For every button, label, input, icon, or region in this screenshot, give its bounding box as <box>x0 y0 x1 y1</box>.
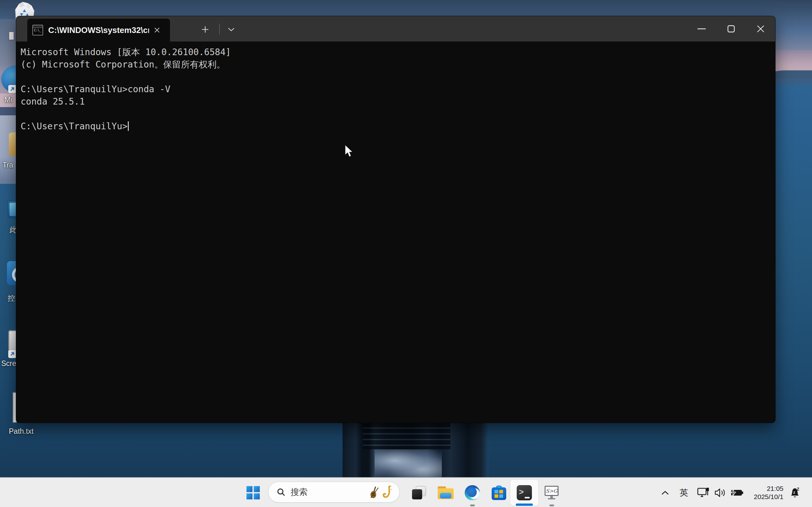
terminal-line <box>20 71 775 83</box>
tray-battery-button[interactable] <box>728 478 745 507</box>
search-icon <box>276 488 286 497</box>
terminal-line: conda 25.5.1 <box>20 95 775 108</box>
battery-charging-icon <box>729 488 744 497</box>
window-controls <box>687 16 775 42</box>
task-view-icon <box>412 486 426 499</box>
tab-dropdown-button[interactable] <box>223 23 240 36</box>
terminal-icon: > <box>517 485 532 500</box>
search-placeholder: 搜索 <box>291 487 369 498</box>
bell-do-not-disturb-icon: z Z <box>789 487 801 499</box>
desktop-icon-label[interactable]: Scre <box>1 359 16 368</box>
tray-notification-button[interactable]: z Z <box>786 478 804 507</box>
terminal-output[interactable]: Microsoft Windows [版本 10.0.26100.6584] (… <box>16 42 775 423</box>
desktop-icon-label[interactable]: Mi <box>4 96 12 104</box>
svg-text:z: z <box>793 490 795 495</box>
start-button[interactable] <box>243 480 264 505</box>
file-explorer-icon <box>438 487 454 499</box>
desktop-icon-label[interactable]: Path.txt <box>9 427 34 436</box>
speaker-icon <box>714 487 727 498</box>
taskbar-search-input[interactable]: 搜索 ♪ <box>268 482 400 503</box>
svg-text:Z: Z <box>797 487 799 492</box>
terminal-line: Microsoft Windows [版本 10.0.26100.6584] <box>20 46 775 58</box>
tray-ime-indicator[interactable]: 英 <box>675 478 693 507</box>
maximize-button[interactable] <box>716 16 746 42</box>
terminal-line: (c) Microsoft Corporation。保留所有权利。 <box>20 58 775 71</box>
close-button[interactable] <box>746 16 775 42</box>
desktop-screen: Mi Tra 此 控 Scre Path.txt C:\_ C:\WINDOWS… <box>0 0 812 507</box>
clock-time: 21:05 <box>767 485 783 493</box>
tab-close-icon[interactable] <box>152 25 162 36</box>
taskbar: 搜索 ♪ <box>0 477 812 507</box>
microsoft-store-icon <box>492 486 506 500</box>
shortcut-arrow-icon <box>8 350 16 358</box>
wallpaper-wooden-pier <box>343 423 489 477</box>
shortcut-arrow-icon <box>8 85 16 93</box>
screentogif-button[interactable]: S>G <box>541 482 562 503</box>
terminal-line <box>20 108 775 120</box>
chevron-up-icon <box>661 490 669 495</box>
tray-show-hidden-icons-button[interactable] <box>657 478 673 507</box>
minimize-button[interactable] <box>687 16 716 42</box>
tray-volume-button[interactable] <box>712 478 728 507</box>
clock-date: 2025/10/1 <box>754 493 783 501</box>
microsoft-store-button[interactable] <box>489 482 509 503</box>
edge-button[interactable] <box>462 482 483 503</box>
new-tab-button[interactable] <box>196 23 214 36</box>
file-explorer-button[interactable] <box>435 482 456 503</box>
terminal-titlebar[interactable]: C:\_ C:\WINDOWS\system32\cmd.e <box>16 16 775 42</box>
terminal-active-indicator <box>516 504 533 506</box>
screentogif-running-indicator <box>549 504 554 506</box>
tray-network-button[interactable] <box>695 478 712 507</box>
windows-logo-icon <box>247 486 260 499</box>
tab-divider <box>219 24 220 35</box>
search-highlight-art-icon: ♪ <box>369 485 393 499</box>
hidden-desktop-icon[interactable] <box>8 31 14 41</box>
cmd-icon: C:\_ <box>32 25 43 36</box>
desktop-icon-label[interactable]: 控 <box>8 293 15 303</box>
wallpaper-mountain-ridge-right <box>774 70 812 78</box>
terminal-button[interactable]: > <box>514 482 535 503</box>
task-view-button[interactable] <box>409 482 429 503</box>
svg-text:♪: ♪ <box>391 488 392 491</box>
terminal-window: C:\_ C:\WINDOWS\system32\cmd.e <box>16 16 775 423</box>
ime-language-label: 英 <box>680 487 688 498</box>
terminal-tab-cmd[interactable]: C:\_ C:\WINDOWS\system32\cmd.e <box>27 19 170 42</box>
network-icon <box>697 487 711 498</box>
tab-title: C:\WINDOWS\system32\cmd.e <box>48 25 149 35</box>
terminal-prompt: C:\Users\TranquilYu> <box>20 121 128 131</box>
mouse-cursor <box>345 144 355 159</box>
tray-clock[interactable]: 21:05 2025/10/1 <box>754 478 783 507</box>
edge-icon <box>465 485 480 500</box>
text-cursor <box>128 121 129 131</box>
screentogif-icon: S>G <box>544 486 559 500</box>
terminal-line: C:\Users\TranquilYu>conda -V <box>20 83 775 95</box>
wallpaper-pink-clouds-right <box>774 50 812 72</box>
terminal-prompt-line: C:\Users\TranquilYu> <box>20 120 775 132</box>
desktop-icon-label[interactable]: Tra <box>3 161 13 170</box>
edge-running-indicator <box>470 504 475 506</box>
